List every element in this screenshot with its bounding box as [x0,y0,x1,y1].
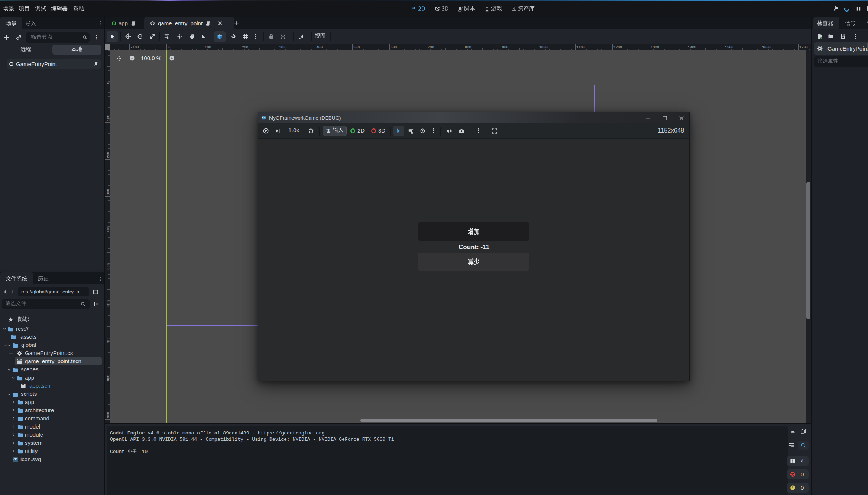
svg-text:700: 700 [428,45,434,49]
svg-text:1000: 1000 [539,45,548,49]
svg-text:0: 0 [168,45,170,49]
svg-text:1300: 1300 [651,45,659,49]
svg-text:900: 900 [502,45,508,49]
svg-text:1200: 1200 [613,45,622,49]
svg-text:100: 100 [205,45,211,49]
svg-text:600: 600 [391,45,397,49]
svg-text:1100: 1100 [576,45,585,49]
svg-text:300: 300 [279,45,285,49]
svg-text:1600: 1600 [762,45,771,49]
svg-text:1700: 1700 [799,45,808,49]
svg-text:400: 400 [316,45,323,49]
svg-text:500: 500 [353,45,360,49]
svg-text:1400: 1400 [688,45,696,49]
svg-text:-100: -100 [130,45,139,49]
svg-text:200: 200 [242,45,248,49]
svg-text:1500: 1500 [725,45,733,49]
svg-text:800: 800 [465,45,471,49]
